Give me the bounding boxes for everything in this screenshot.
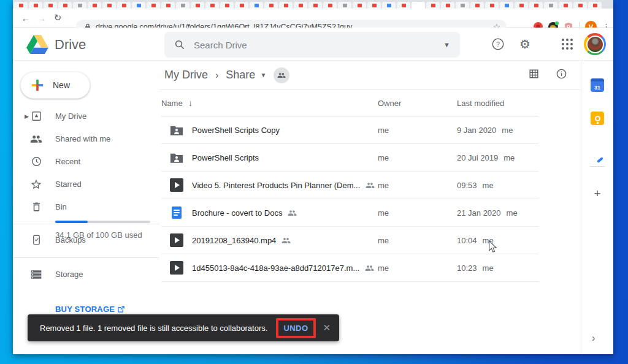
- help-icon[interactable]: ?: [490, 36, 506, 52]
- search-options-caret-icon[interactable]: ▼: [443, 41, 450, 48]
- sidebar-item-shared-with-me[interactable]: Shared with me: [13, 127, 159, 150]
- browser-tab[interactable]: [559, 2, 572, 9]
- keep-icon[interactable]: [591, 112, 604, 125]
- browser-tab[interactable]: [588, 2, 602, 9]
- panel-divider: [590, 166, 605, 167]
- browser-tab[interactable]: [382, 2, 396, 9]
- breadcrumb-my-drive[interactable]: My Drive: [164, 69, 208, 82]
- browser-tab[interactable]: [338, 2, 351, 9]
- browser-tab[interactable]: [205, 2, 219, 9]
- browser-tab[interactable]: [132, 2, 145, 9]
- browser-tab[interactable]: [426, 2, 440, 9]
- apps-grid-icon[interactable]: [559, 36, 575, 52]
- table-row[interactable]: PowerShell Scripts Copy me 9 Jan 2020 me: [161, 116, 538, 144]
- browser-tab[interactable]: [353, 2, 366, 9]
- sidebar-label: Recent: [55, 157, 80, 166]
- file-modified-date: 9 Jan 2020: [457, 126, 496, 135]
- undo-button[interactable]: UNDO: [278, 320, 314, 336]
- browser-tab[interactable]: [456, 2, 469, 9]
- search-input[interactable]: Search Drive ▼: [164, 32, 460, 58]
- column-header-last-modified[interactable]: Last modified: [457, 99, 504, 108]
- browser-tab[interactable]: [191, 2, 204, 9]
- drive-logo[interactable]: Drive: [26, 35, 86, 54]
- browser-tab[interactable]: [279, 2, 293, 9]
- browser-tab[interactable]: [161, 2, 175, 9]
- reload-button[interactable]: ↻: [50, 12, 66, 23]
- table-row[interactable]: Video 5. Pinterest Products Pin Planner …: [161, 172, 538, 199]
- browser-tab[interactable]: [102, 2, 116, 9]
- browser-tab[interactable]: [29, 2, 42, 9]
- browser-tab[interactable]: [308, 2, 322, 9]
- file-modified-by: me: [507, 208, 518, 218]
- sidebar-item-bin[interactable]: Bin: [13, 195, 159, 218]
- table-row[interactable]: 20191208_163940.mp4 me 10:04 me: [161, 227, 538, 254]
- table-row[interactable]: 1d455013-8a4c-418a-93ae-a8dd712017e7.m..…: [161, 254, 538, 282]
- people-icon: [30, 133, 42, 145]
- forward-button[interactable]: →: [34, 13, 50, 23]
- file-modified-date: 09:53: [457, 181, 477, 190]
- new-button[interactable]: New: [20, 72, 90, 99]
- avatar-photo: [586, 36, 604, 53]
- table-row[interactable]: Brochure - covert to Docs me 21 Jan 2020…: [161, 199, 538, 227]
- shared-people-icon: [366, 181, 375, 190]
- browser-tab[interactable]: [14, 2, 28, 9]
- browser-tab[interactable]: [515, 2, 528, 9]
- info-icon[interactable]: [556, 68, 567, 82]
- folder-menu-caret-icon[interactable]: ▼: [260, 72, 266, 78]
- sidebar-item-recent[interactable]: Recent: [13, 150, 159, 173]
- settings-gear-icon[interactable]: ⚙: [517, 36, 533, 52]
- column-header-name[interactable]: Name: [161, 99, 183, 108]
- shared-people-icon: [288, 208, 297, 218]
- calendar-day: 31: [594, 85, 600, 91]
- browser-tab[interactable]: [441, 2, 454, 9]
- browser-tab[interactable]: [264, 2, 278, 9]
- browser-tab[interactable]: [147, 2, 160, 9]
- file-owner: me: [378, 172, 389, 199]
- browser-tab[interactable]: [117, 2, 131, 9]
- browser-tab[interactable]: [44, 2, 57, 9]
- browser-tab[interactable]: [397, 2, 410, 9]
- account-avatar[interactable]: [584, 33, 606, 55]
- browser-tab[interactable]: [250, 2, 263, 9]
- browser-tab[interactable]: [220, 2, 234, 9]
- browser-tab[interactable]: [323, 2, 337, 9]
- browser-tab[interactable]: [58, 2, 72, 9]
- sidebar-label: Storage: [55, 270, 83, 279]
- browser-tab[interactable]: [367, 2, 381, 9]
- browser-tab[interactable]: [88, 2, 101, 9]
- collapse-panel-chevron-icon[interactable]: ›: [592, 333, 595, 344]
- browser-tab[interactable]: [73, 2, 86, 9]
- browser-tab[interactable]: [235, 2, 248, 9]
- breadcrumb-current-folder[interactable]: Share: [226, 69, 255, 82]
- backups-icon: [30, 234, 42, 246]
- app-title: Drive: [55, 37, 86, 53]
- browser-tab[interactable]: [176, 2, 190, 9]
- shared-people-icon: [365, 264, 374, 273]
- browser-tab[interactable]: [294, 2, 307, 9]
- browser-tab[interactable]: [573, 2, 587, 9]
- browser-tab-strip[interactable]: [13, 0, 613, 9]
- browser-tab[interactable]: [412, 2, 425, 9]
- table-row[interactable]: PowerShell Scripts me 20 Jul 2019 me: [161, 144, 538, 172]
- browser-tab[interactable]: [529, 2, 543, 9]
- file-modified-date: 10:04: [457, 236, 477, 245]
- toast-close-icon[interactable]: ✕: [323, 322, 331, 333]
- column-header-owner[interactable]: Owner: [378, 99, 401, 108]
- browser-tab[interactable]: [470, 2, 484, 9]
- sidebar-item-my-drive[interactable]: ▶ My Drive: [13, 105, 159, 127]
- add-addon-plus-icon[interactable]: +: [591, 187, 604, 200]
- shared-folder-icon: [170, 123, 183, 137]
- sort-descending-icon[interactable]: ↓: [188, 98, 193, 108]
- browser-tab[interactable]: [544, 2, 557, 9]
- browser-toolbar: ← → ↻ drive.google.com/drive/u/1/folders…: [13, 9, 613, 28]
- buy-storage-link[interactable]: BUY STORAGE: [55, 305, 124, 314]
- sidebar-item-starred[interactable]: Starred: [13, 173, 159, 195]
- sidebar-item-storage[interactable]: Storage: [13, 263, 159, 286]
- grid-view-icon[interactable]: [528, 68, 540, 82]
- back-button[interactable]: ←: [18, 13, 34, 23]
- browser-tab[interactable]: [500, 2, 513, 9]
- expand-arrow-icon[interactable]: ▶: [25, 113, 29, 119]
- calendar-icon[interactable]: 31: [591, 78, 604, 92]
- browser-tab[interactable]: [485, 2, 499, 9]
- file-owner: me: [378, 116, 389, 144]
